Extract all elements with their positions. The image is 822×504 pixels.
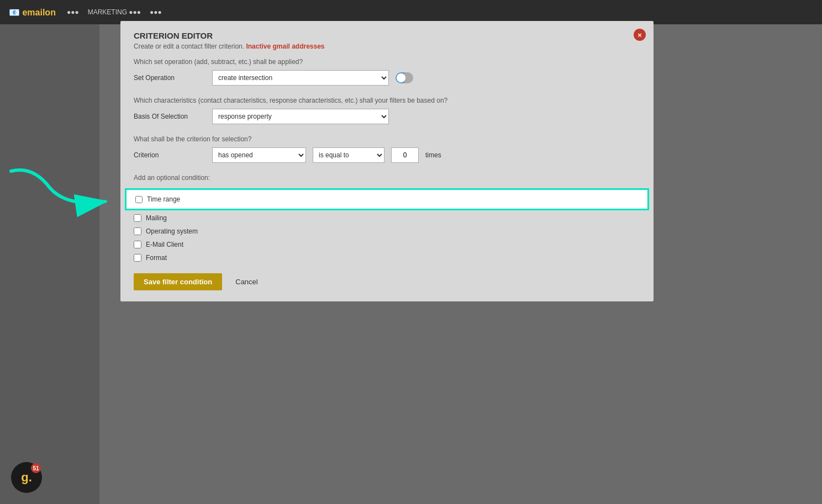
- criterion-label: Criterion: [134, 151, 205, 159]
- criterion-section: What shall be the criterion for selectio…: [120, 135, 654, 174]
- sidebar-item-1[interactable]: [0, 31, 99, 40]
- criterion-question: What shall be the criterion for selectio…: [134, 135, 640, 143]
- app-logo: 📧 emailon: [9, 7, 56, 18]
- mailing-checkbox[interactable]: [134, 214, 141, 222]
- time-range-label[interactable]: Time range: [147, 195, 180, 203]
- badge-count: 51: [31, 463, 41, 473]
- modal-footer: Save filter condition Cancel: [120, 264, 654, 301]
- operating-system-checkbox[interactable]: [134, 227, 141, 235]
- subtitle-link[interactable]: Inactive gmail addresses: [246, 43, 324, 50]
- basis-label: Basis Of Selection: [134, 113, 205, 120]
- time-range-row: Time range: [125, 188, 649, 210]
- modal-header: CRITERION EDITOR Create or edit a contac…: [120, 21, 654, 58]
- format-row: Format: [120, 251, 654, 264]
- notification-badge[interactable]: g. 51: [11, 462, 42, 493]
- times-input[interactable]: [391, 147, 419, 163]
- criterion-select[interactable]: has opened: [212, 147, 306, 163]
- comparison-select[interactable]: is equal to: [313, 147, 384, 163]
- set-operation-question: Which set operation (add, subtract, etc.…: [134, 58, 640, 66]
- format-checkbox[interactable]: [134, 254, 141, 262]
- nav-item-2[interactable]: MARKETING ●●●: [88, 8, 141, 16]
- modal-subtitle: Create or edit a contact filter criterio…: [134, 43, 640, 50]
- criterion-row: Criterion has opened is equal to times: [134, 147, 640, 163]
- basis-section: Which characteristics (contact character…: [120, 97, 654, 135]
- badge-letter: g.: [21, 470, 32, 485]
- modal-title: CRITERION EDITOR: [134, 31, 640, 40]
- format-label[interactable]: Format: [146, 254, 167, 262]
- cancel-button[interactable]: Cancel: [228, 273, 265, 290]
- mailing-row: Mailing: [120, 211, 654, 225]
- save-filter-condition-button[interactable]: Save filter condition: [134, 273, 222, 290]
- basis-question: Which characteristics (contact character…: [134, 97, 640, 104]
- toggle-icon[interactable]: [396, 72, 413, 83]
- basis-row: Basis Of Selection response property: [134, 109, 640, 124]
- close-button[interactable]: ×: [634, 29, 646, 41]
- optional-label: Add an optional condition:: [134, 174, 640, 182]
- time-range-checkbox[interactable]: [135, 196, 143, 203]
- toggle-knob: [397, 73, 405, 82]
- set-operation-row: Set Operation create intersection: [134, 70, 640, 86]
- criterion-editor-modal: CRITERION EDITOR Create or edit a contac…: [120, 21, 654, 301]
- nav-item-3[interactable]: ●●●: [150, 8, 162, 16]
- operating-system-row: Operating system: [120, 225, 654, 238]
- logo-text: 📧 emailon: [9, 7, 56, 18]
- email-client-row: E-Mail Client: [120, 238, 654, 251]
- mailing-label[interactable]: Mailing: [146, 214, 167, 222]
- email-client-label[interactable]: E-Mail Client: [146, 241, 183, 248]
- sidebar-item-2[interactable]: [0, 40, 99, 49]
- sidebar: [0, 24, 99, 504]
- email-client-checkbox[interactable]: [134, 241, 141, 248]
- set-operation-select[interactable]: create intersection: [212, 70, 389, 86]
- nav-item-1[interactable]: ●●●: [67, 8, 79, 16]
- subtitle-text: Create or edit a contact filter criterio…: [134, 43, 244, 50]
- set-operation-label: Set Operation: [134, 74, 205, 82]
- top-nav-items: ●●● MARKETING ●●● ●●●: [67, 8, 162, 16]
- set-operation-section: Which set operation (add, subtract, etc.…: [120, 58, 654, 97]
- times-label: times: [425, 151, 441, 159]
- optional-condition-section: Add an optional condition:: [120, 174, 654, 188]
- basis-select[interactable]: response property: [212, 109, 389, 124]
- operating-system-label[interactable]: Operating system: [146, 227, 198, 235]
